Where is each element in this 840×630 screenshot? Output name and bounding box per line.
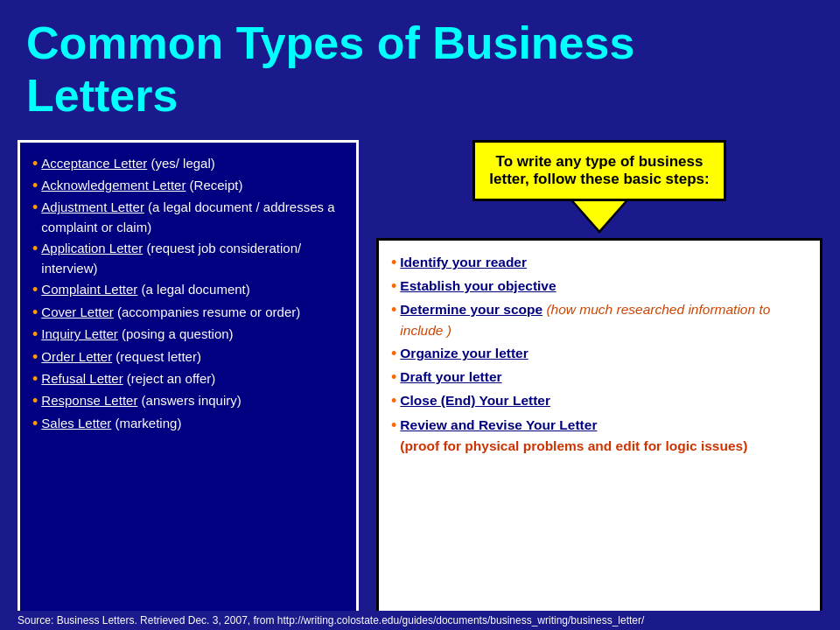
list-item: • Draft your letter bbox=[391, 366, 808, 389]
bullet-icon: • bbox=[32, 176, 38, 196]
right-area: To write any type of business letter, fo… bbox=[376, 140, 822, 630]
list-item: • Identify your reader bbox=[391, 251, 808, 275]
bullet-icon: • bbox=[391, 252, 396, 274]
list-item: • Establish your objective bbox=[391, 275, 808, 298]
bullet-icon: • bbox=[32, 391, 38, 411]
list-item: •Complaint Letter (a legal document) bbox=[32, 279, 344, 301]
list-item: •Refusal Letter (reject an offer) bbox=[32, 368, 344, 390]
source-bar: Source: Business Letters. Retrieved Dec.… bbox=[0, 611, 840, 630]
bullet-icon: • bbox=[391, 343, 396, 365]
list-item: •Acceptance Letter (yes/ legal) bbox=[32, 153, 344, 175]
bullet-icon: • bbox=[32, 369, 38, 389]
right-panel: • Identify your reader • Establish your … bbox=[376, 238, 822, 630]
main-title: Common Types of Business Letters bbox=[0, 0, 840, 131]
list-item: • Close (End) Your Letter bbox=[391, 389, 808, 413]
bullet-icon: • bbox=[32, 303, 38, 323]
list-item: •Order Letter (request letter) bbox=[32, 346, 344, 368]
list-item: •Sales Letter (marketing) bbox=[32, 413, 344, 435]
list-item: •Application Letter (request job conside… bbox=[32, 238, 344, 279]
bullet-icon: • bbox=[32, 280, 38, 300]
bullet-icon: • bbox=[32, 325, 38, 345]
list-item: • Organize your letter bbox=[391, 342, 808, 366]
list-item: •Adjustment Letter (a legal document / a… bbox=[32, 197, 344, 238]
bullet-icon: • bbox=[391, 390, 396, 412]
list-item: • Determine your scope (how much researc… bbox=[391, 298, 808, 342]
bullet-icon: • bbox=[32, 198, 38, 218]
list-item: •Inquiry Letter (posing a question) bbox=[32, 324, 344, 346]
list-item: • Review and Revise Your Letter(proof fo… bbox=[391, 414, 808, 458]
list-item: •Acknowledgement Letter (Receipt) bbox=[32, 175, 344, 197]
list-item: •Cover Letter (accompanies resume or ord… bbox=[32, 302, 344, 324]
bullet-icon: • bbox=[32, 154, 38, 174]
bullet-icon: • bbox=[32, 239, 38, 259]
steps-list: • Identify your reader • Establish your … bbox=[391, 251, 808, 458]
bullet-icon: • bbox=[32, 414, 38, 434]
bullet-icon: • bbox=[391, 299, 396, 321]
bullet-icon: • bbox=[391, 367, 396, 388]
callout-box: To write any type of business letter, fo… bbox=[472, 140, 726, 201]
letter-types-list: •Acceptance Letter (yes/ legal) •Acknowl… bbox=[32, 153, 344, 436]
left-panel: •Acceptance Letter (yes/ legal) •Acknowl… bbox=[18, 140, 359, 630]
callout-section: To write any type of business letter, fo… bbox=[376, 140, 822, 234]
bullet-icon: • bbox=[32, 347, 38, 368]
arrow-fill bbox=[573, 200, 626, 230]
list-item: •Response Letter (answers inquiry) bbox=[32, 390, 344, 412]
bullet-icon: • bbox=[391, 415, 396, 437]
callout-arrow bbox=[570, 200, 628, 234]
callout-arrow-wrapper bbox=[570, 200, 628, 234]
bullet-icon: • bbox=[391, 276, 396, 298]
